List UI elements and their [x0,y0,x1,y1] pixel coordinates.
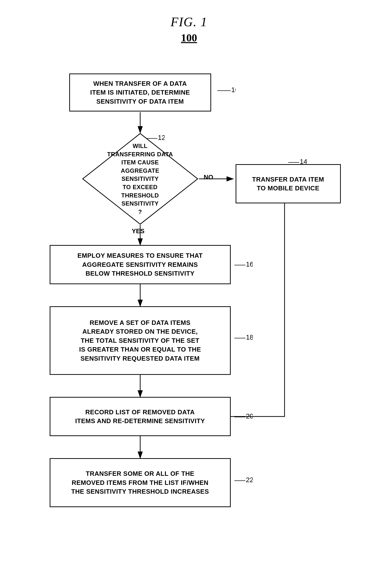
ref-18: 18 [233,333,253,345]
svg-text:22: 22 [246,476,253,484]
ref-20: 20 [233,412,253,424]
diagram: WHEN TRANSFER OF A DATAITEM IS INITIATED… [20,59,358,573]
box-20-text: RECORD LIST OF REMOVED DATAITEMS AND RE-… [75,408,205,426]
figure-number: 100 [20,32,358,44]
diamond-12: WILLTRANSFERRING DATAITEM CAUSE AGGREGAT… [81,132,199,225]
svg-text:10: 10 [231,86,236,94]
svg-text:18: 18 [246,333,253,341]
ref-12: 12 [145,133,165,145]
svg-text:20: 20 [246,412,253,420]
no-label: NO [204,173,213,181]
svg-text:16: 16 [246,260,253,268]
box-20: RECORD LIST OF REMOVED DATAITEMS AND RE-… [50,397,231,436]
box-16: EMPLOY MEASURES TO ENSURE THATAGGREGATE … [50,245,231,284]
ref-22: 22 [233,476,253,487]
figure-title: FIG. 1 [20,15,358,29]
box-22-text: TRANSFER SOME OR ALL OF THEREMOVED ITEMS… [71,469,209,496]
yes-label: YES [132,227,145,235]
box-14: TRANSFER DATA ITEMTO MOBILE DEVICE [236,164,341,203]
ref-14: 14 [287,158,307,169]
box-18-text: REMOVE A SET OF DATA ITEMSALREADY STORED… [79,318,201,363]
box-14-text: TRANSFER DATA ITEMTO MOBILE DEVICE [252,175,324,193]
box-18: REMOVE A SET OF DATA ITEMSALREADY STORED… [50,306,231,375]
svg-text:12: 12 [158,134,165,141]
ref-16: 16 [233,260,253,272]
diamond-12-text: WILLTRANSFERRING DATAITEM CAUSE AGGREGAT… [104,142,177,216]
box-22: TRANSFER SOME OR ALL OF THEREMOVED ITEMS… [50,458,231,507]
box-10-text: WHEN TRANSFER OF A DATAITEM IS INITIATED… [90,79,190,106]
page: FIG. 1 100 [0,0,378,588]
ref-10: 10 [216,86,236,97]
box-16-text: EMPLOY MEASURES TO ENSURE THATAGGREGATE … [78,251,203,278]
box-10: WHEN TRANSFER OF A DATAITEM IS INITIATED… [69,73,211,112]
svg-text:14: 14 [300,158,307,165]
